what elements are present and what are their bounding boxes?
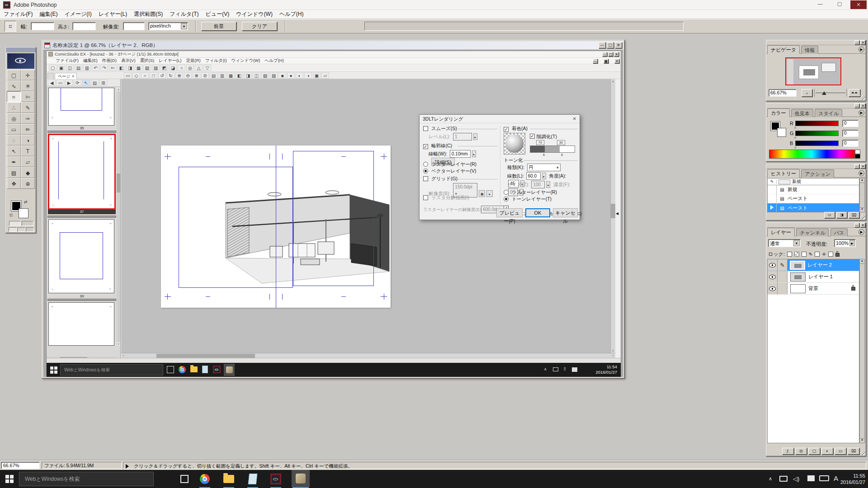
status-arrow-icon[interactable] [126,464,129,469]
cs-vscroll-thumb[interactable] [611,204,615,218]
inner-photoshop-icon[interactable] [213,366,221,373]
g-channel-slider[interactable] [795,131,839,136]
toolbar-icon[interactable]: ◪ [169,65,177,71]
toolbar-icon[interactable]: ◧ [236,72,243,79]
history-minimize-icon[interactable]: — [854,164,859,169]
paint-indicator-cell[interactable] [778,271,788,282]
layer-style-icon[interactable]: ƒ. [782,448,794,455]
menu-filter[interactable]: フィルタ(T) [170,10,198,18]
b-slider-marker[interactable]: ▵ [794,145,796,149]
cs-page-tab-close-icon[interactable]: ✕ [71,74,75,79]
swap-colors-icon[interactable]: ⇄ [24,200,28,204]
tab-navigator[interactable]: ナビゲータ [767,45,800,54]
line-width-spinner[interactable]: ▸ [472,150,476,157]
start-button[interactable] [5,475,14,483]
toolbar-icon[interactable]: ▽ [203,65,211,71]
toolbar-icon[interactable]: ● [287,72,295,79]
page-thumbnail-4[interactable]: ⌐ ¬ [48,302,114,346]
level-input[interactable]: 1 [453,133,472,141]
toolbar-icon[interactable]: ■ [278,72,286,79]
notes-tool[interactable]: ▤ [7,167,21,178]
toolbar-icon[interactable]: ◐ [296,72,303,79]
history-menu-arrow-icon[interactable]: ▶ [859,170,864,176]
front-image-button[interactable]: 前景 [201,22,236,31]
toolbar-icon[interactable]: ▤ [210,72,217,79]
doc-maximize-button[interactable]: ▢ [607,42,614,48]
history-vscrollbar[interactable]: ▲ ▼ [859,178,865,212]
toolbar-icon[interactable]: ◫ [253,72,260,79]
visibility-cell[interactable] [768,259,778,271]
cs-maximize-button[interactable]: ▢ [608,52,613,56]
cs-right-collapse-handle[interactable]: ◀ [616,210,619,217]
history-brush-source-icon[interactable]: ✎ [768,179,777,184]
raster-layer-radio[interactable] [423,162,428,167]
history-item-paste1[interactable]: ▤ ペースト [768,194,859,203]
toolbar-icon[interactable]: ▤ [75,65,82,71]
cs-menu-draw[interactable]: 作画(D) [102,58,117,64]
toolbar-icon[interactable]: ▭ [124,72,132,79]
screen-mode-full-menubar[interactable] [17,227,25,232]
type-tool[interactable]: T [21,145,35,156]
zoom-slider-thumb[interactable] [822,91,826,95]
clear-button[interactable]: クリア [242,22,277,31]
toolbar-icon[interactable]: ▦ [227,72,235,79]
navigator-minimize-icon[interactable]: — [854,40,859,45]
inner-clock[interactable]: 11:54 2016/01/27 [587,364,617,375]
tab-layers[interactable]: レイヤー [767,228,795,236]
adjustment-layer-icon[interactable]: ◐ [821,448,833,455]
page-thumbnail-3[interactable]: ⌐ ¬ ∟ ⌐ [48,219,114,293]
toolbar-icon[interactable]: ○ [178,65,185,71]
toolbar-icon[interactable]: ⊞ [99,80,107,86]
toolbar-icon[interactable]: ▱ [321,72,329,79]
tab-styles[interactable]: スタイル [815,109,842,117]
visibility-cell[interactable] [768,283,778,294]
toolbar-icon[interactable]: ↶ [92,65,99,71]
hand-tool[interactable]: ✥ [7,178,21,189]
menu-window[interactable]: ウインドウ(W) [236,10,273,18]
toolbar-icon[interactable]: ⊖ [184,72,192,79]
opacity-arrow-icon[interactable]: ▶ [849,240,855,246]
cs-canvas-vscrollbar[interactable]: ∧ ∨ [610,79,615,353]
tone-layer-radio[interactable] [504,197,509,202]
move-tool[interactable]: ✛ [21,70,35,80]
inner-tray-upload-icon[interactable]: ⇧ [563,366,566,371]
pencil-tool[interactable]: ✏ [21,124,35,135]
color-close-icon[interactable]: ✕ [860,103,865,108]
inner-tray-chevron-icon[interactable]: ∧ [544,367,547,371]
layers-menu-arrow-icon[interactable]: ▶ [859,229,864,235]
lines-input[interactable]: 60.0 [526,172,541,180]
adobe-eye-artwork[interactable] [7,53,34,69]
layer-mask-icon[interactable]: ◎ [795,448,807,455]
inner-tray-icon-1[interactable] [553,367,558,371]
blend-mode-dropdown[interactable]: 通常 ▼ [768,239,801,247]
toolbox-title-strip[interactable] [6,47,36,52]
toolbar-icon[interactable]: ↖ [82,80,90,86]
history-brush-tool[interactable]: ✑ [21,113,35,124]
shading-checkbox[interactable]: ✓ [504,127,509,132]
photoshop-taskbar-icon[interactable] [269,472,283,486]
menu-help[interactable]: ヘルプ(H) [279,10,304,18]
tray-network-icon[interactable] [779,476,788,482]
cs-menu-filter[interactable]: フィルタ(I) [205,58,227,64]
posterize-checkbox[interactable]: ✓ [530,134,535,139]
tab-channels[interactable]: チャンネル [796,228,829,236]
tab-swatches[interactable]: 色見本 [791,109,813,117]
inner-explorer-icon[interactable] [190,366,198,372]
cs-menu-select[interactable]: 選択(S) [140,58,155,64]
close-button[interactable]: ✕ [850,0,867,9]
toolbar-icon[interactable]: ▥ [218,72,226,79]
toolbar-icon[interactable]: ↷ [100,65,108,71]
navigator-zoom-field[interactable]: 66.67% [769,89,797,97]
toolbar-icon[interactable]: ⟳ [74,80,81,86]
tray-chevron-icon[interactable]: ∧ [769,476,772,482]
cs-hscroll-thumb[interactable] [156,354,255,358]
color-bg-swatch[interactable] [777,128,786,137]
inner-search-box[interactable]: WebとWindowsを検索 [60,364,163,375]
clone-stamp-tool[interactable]: ◎ [7,113,21,124]
pen-tool[interactable]: ✒ [7,156,21,167]
blur-tool[interactable]: ◌ [7,135,21,145]
new-snapshot-icon[interactable]: ◨ [836,212,847,218]
layers-close-icon[interactable]: ✕ [860,223,865,227]
cs-menu-help[interactable]: ヘルプ(H) [265,58,284,64]
toolbar-icon[interactable]: ◫ [66,65,74,71]
